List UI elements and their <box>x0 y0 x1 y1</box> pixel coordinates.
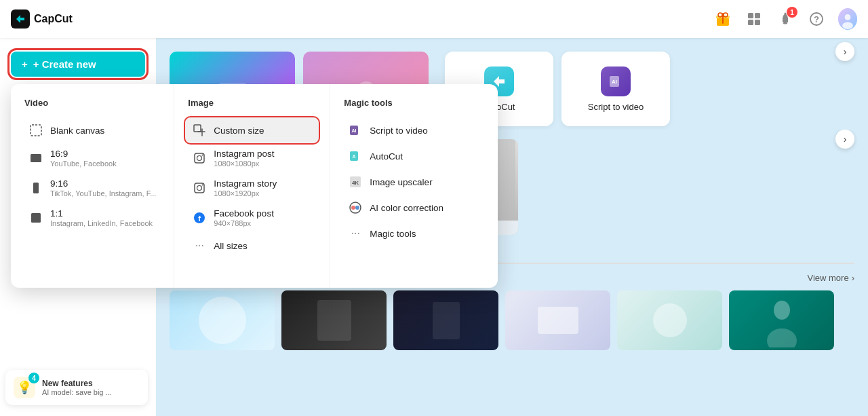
svg-point-38 <box>355 206 359 210</box>
gift-icon[interactable] <box>713 10 732 29</box>
instagram-post-label: Instagram post <box>214 149 274 159</box>
arrow-next-icon[interactable]: › <box>835 42 854 61</box>
svg-text:AI: AI <box>612 79 617 85</box>
logo-text: CapCut <box>34 13 73 25</box>
scroll-right[interactable]: › <box>835 52 854 71</box>
menu-item-instagram-story[interactable]: Instagram story 1080×1920px <box>185 173 319 203</box>
create-new-plus: + <box>22 58 28 70</box>
svg-rect-19 <box>33 183 39 193</box>
custom-size-icon <box>192 123 207 138</box>
grid-icon[interactable] <box>745 10 764 29</box>
menu-item-blank-canvas[interactable]: Blank canvas <box>22 117 163 143</box>
svg-point-37 <box>351 206 355 210</box>
9-16-sub: TikTok, YouTube, Instagram, F... <box>50 189 156 197</box>
menu-item-9-16[interactable]: 9:16 TikTok, YouTube, Instagram, F... <box>22 173 163 203</box>
menu-item-image-upscaler[interactable]: 4K Image upscaler <box>341 169 475 195</box>
ai-color-correction-label: AI color correction <box>370 203 443 213</box>
menu-item-custom-size[interactable]: Custom size <box>185 117 319 143</box>
magic-tools-icon: ··· <box>348 226 363 241</box>
avatar <box>838 8 857 30</box>
topbar-right: 1 ? <box>713 10 857 29</box>
menu-item-magic-tools[interactable]: ··· Magic tools <box>341 221 475 246</box>
menu-item-script-to-video[interactable]: AI Script to video <box>341 117 475 143</box>
autocut-icon: A <box>348 149 363 164</box>
new-features-subtitle: AI model: save big ... <box>42 388 112 396</box>
svg-point-48 <box>767 328 797 347</box>
16-9-icon <box>28 151 43 166</box>
9-16-label: 9:16 <box>50 178 156 189</box>
svg-text:?: ? <box>814 14 819 24</box>
facebook-post-label: Facebook post <box>214 208 274 219</box>
instagram-story-sub: 1080×1920px <box>214 189 277 197</box>
feature-card-script-video[interactable]: AI Script to video <box>561 52 670 126</box>
create-new-button[interactable]: + + Create new <box>11 52 145 77</box>
facebook-post-icon: f <box>192 210 207 225</box>
images-arrow-next[interactable]: › <box>835 130 854 149</box>
image-upscaler-label: Image upscaler <box>370 177 432 187</box>
16-9-sub: YouTube, Facebook <box>50 159 117 168</box>
16-9-label: 16:9 <box>50 149 117 159</box>
dropdown-menu: Video Blank canvas 16:9 <box>11 84 498 288</box>
new-features-title: New features <box>42 379 112 388</box>
script-video-card-icon: AI <box>601 67 631 96</box>
new-features-text: New features AI model: save big ... <box>42 379 112 396</box>
view-more-link[interactable]: View more › <box>807 273 854 283</box>
menu-item-1-1[interactable]: 1:1 Instagram, LinkedIn, Facebook <box>22 203 163 233</box>
template-thumb-1[interactable] <box>170 290 275 350</box>
magic-tools-column: Magic tools AI Script to video A <box>330 84 486 288</box>
image-column: Image Custom size <box>174 84 330 288</box>
new-features-card[interactable]: 💡 4 New features AI model: save big ... <box>5 370 148 405</box>
magic-tools-label: Magic tools <box>370 229 416 239</box>
menu-item-ai-color-correction[interactable]: AI color correction <box>341 195 475 221</box>
svg-rect-7 <box>755 13 760 18</box>
svg-rect-10 <box>783 22 787 24</box>
instagram-post-sub: 1080×1080px <box>214 159 274 168</box>
menu-item-autocut[interactable]: A AutoCut <box>341 143 475 169</box>
template-thumb-3[interactable] <box>393 290 498 350</box>
user-avatar[interactable] <box>838 10 857 29</box>
svg-text:A: A <box>353 154 356 159</box>
facebook-post-sub: 940×788px <box>214 219 274 227</box>
images-scroll-right[interactable]: › <box>835 139 854 158</box>
svg-point-15 <box>845 14 851 20</box>
logo[interactable]: CapCut <box>11 10 73 29</box>
autocut-label: AutoCut <box>370 151 403 162</box>
instagram-story-label: Instagram story <box>214 178 277 189</box>
video-column-title: Video <box>22 98 163 108</box>
capcut-logo-icon <box>11 10 30 29</box>
view-more-text: View more <box>807 273 848 283</box>
ai-color-correction-icon <box>348 200 363 215</box>
svg-point-23 <box>197 156 202 161</box>
svg-text:4K: 4K <box>352 180 359 186</box>
svg-rect-6 <box>748 13 753 18</box>
svg-point-11 <box>785 13 787 15</box>
template-thumb-5[interactable] <box>617 290 722 350</box>
script-to-video-icon: AI <box>348 123 363 138</box>
create-new-label: + Create new <box>33 58 96 70</box>
menu-item-all-sizes[interactable]: ··· All sizes <box>185 233 319 259</box>
instagram-story-icon <box>192 181 207 195</box>
svg-point-27 <box>202 185 203 186</box>
svg-point-26 <box>197 186 202 191</box>
new-features-icon: 💡 4 <box>14 377 35 398</box>
1-1-sub: Instagram, LinkedIn, Facebook <box>50 219 153 227</box>
template-thumb-4[interactable] <box>505 290 610 350</box>
blank-canvas-label: Blank canvas <box>50 126 104 136</box>
image-upscaler-icon: 4K <box>348 174 363 189</box>
instagram-post-icon <box>192 151 207 166</box>
template-thumb-6[interactable] <box>729 290 834 350</box>
svg-rect-20 <box>31 213 41 223</box>
template-thumb-2[interactable] <box>281 290 387 350</box>
svg-rect-17 <box>31 125 41 136</box>
menu-item-instagram-post[interactable]: Instagram post 1080×1080px <box>185 143 319 173</box>
template-thumbs <box>170 290 854 350</box>
magic-tools-column-title: Magic tools <box>341 98 475 108</box>
bell-icon[interactable]: 1 <box>776 10 795 29</box>
all-sizes-label: All sizes <box>214 241 248 251</box>
custom-size-label: Custom size <box>214 126 264 136</box>
svg-rect-21 <box>194 125 201 132</box>
menu-item-facebook-post[interactable]: f Facebook post 940×788px <box>185 203 319 233</box>
video-column: Video Blank canvas 16:9 <box>11 84 174 288</box>
help-icon[interactable]: ? <box>807 10 826 29</box>
menu-item-16-9[interactable]: 16:9 YouTube, Facebook <box>22 143 163 173</box>
